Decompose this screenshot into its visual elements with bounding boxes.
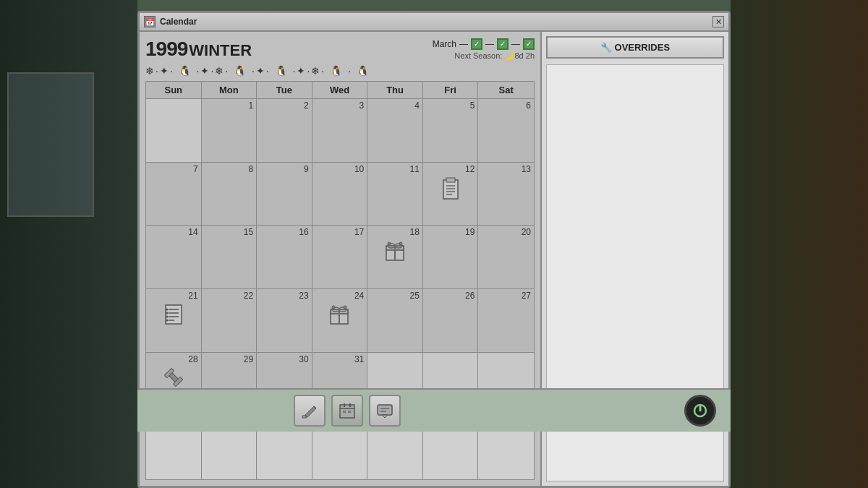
svg-rect-34 — [302, 416, 306, 418]
cal-cell-3[interactable]: 3 — [312, 99, 368, 162]
wrench-icon — [149, 367, 198, 388]
cal-cell-10[interactable]: 10 — [312, 163, 368, 226]
cal-cell-4[interactable]: 4 — [367, 99, 423, 162]
svg-point-20 — [166, 315, 168, 317]
window — [7, 72, 94, 217]
svg-rect-39 — [343, 411, 346, 413]
cal-cell-empty[interactable] — [146, 99, 202, 162]
season-label: WINTER — [189, 41, 252, 60]
penguin-decoration: ❄·✦· 🐧 ·✦·❄· 🐧 ·✦· 🐧 ·✦·❄· 🐧 · 🐧 — [145, 65, 535, 77]
pencil-tool-button[interactable] — [294, 395, 326, 427]
cal-cell-1[interactable]: 1 — [202, 99, 258, 162]
cal-cell-7[interactable]: 7 — [146, 163, 202, 226]
day-header-fri: Fri — [423, 82, 479, 98]
svg-point-27 — [332, 306, 335, 309]
power-button[interactable] — [684, 395, 716, 427]
cal-cell-16[interactable]: 16 — [257, 226, 312, 288]
svg-point-12 — [399, 242, 402, 245]
cal-cell-6[interactable]: 6 — [478, 99, 534, 162]
check2[interactable]: ✓ — [497, 38, 509, 50]
day-header-sat: Sat — [478, 82, 534, 98]
svg-rect-1 — [446, 178, 455, 182]
cal-cell-15[interactable]: 15 — [202, 226, 258, 288]
cal-cell-9[interactable]: 9 — [257, 163, 312, 226]
cal-cell-2[interactable]: 2 — [257, 99, 312, 162]
cal-cell-27[interactable]: 27 — [478, 289, 534, 352]
window-title: Calendar — [160, 17, 197, 27]
day-header-mon: Mon — [202, 82, 258, 98]
gift-icon-18 — [370, 240, 420, 262]
right-wall — [731, 0, 868, 488]
dash3: — — [511, 39, 520, 49]
cal-cell-17[interactable]: 17 — [312, 226, 368, 288]
bottom-toolbar — [137, 388, 731, 432]
dash: — — [459, 39, 468, 49]
calendar-title-icon: 📅 — [144, 16, 156, 27]
overrides-button[interactable]: 🔧 OVERRIDES — [546, 36, 724, 59]
cal-cell-24[interactable]: 24 — [312, 289, 368, 352]
cal-cell-23[interactable]: 23 — [257, 289, 312, 352]
gift-icon-24 — [315, 304, 365, 325]
year-season: 1999 WINTER — [145, 38, 252, 61]
day-header-tue: Tue — [257, 82, 312, 98]
cal-cell-26[interactable]: 26 — [423, 289, 479, 352]
svg-rect-40 — [348, 411, 351, 413]
month-info: March — ✓ — ✓ — ✓ Next Season: 🌙8d 2h — [433, 38, 535, 61]
cal-cell-8[interactable]: 8 — [202, 163, 258, 226]
cal-cell-22[interactable]: 22 — [202, 289, 258, 352]
week-4: 21 — [146, 289, 534, 353]
next-season: Next Season: 🌙8d 2h — [433, 51, 535, 61]
list-icon — [149, 304, 198, 325]
svg-point-11 — [388, 242, 391, 245]
month-checkboxes: March — ✓ — ✓ — ✓ — [433, 38, 535, 50]
svg-rect-35 — [340, 405, 354, 418]
left-wall — [0, 0, 137, 488]
check3[interactable]: ✓ — [523, 38, 535, 50]
cal-cell-5[interactable]: 5 — [423, 99, 479, 162]
day-header-thu: Thu — [367, 82, 423, 98]
svg-rect-0 — [443, 180, 458, 199]
toolbar-icons — [294, 395, 401, 427]
cal-cell-11[interactable]: 11 — [367, 163, 423, 226]
dash2: — — [485, 39, 494, 49]
cal-cell-12[interactable]: 12 — [423, 163, 479, 226]
svg-point-28 — [344, 306, 346, 309]
close-button[interactable]: ✕ — [712, 16, 724, 27]
day-headers: Sun Mon Tue Wed Thu Fri Sat — [145, 81, 535, 98]
cal-cell-19[interactable]: 19 — [423, 226, 479, 288]
cal-cell-13[interactable]: 13 — [478, 163, 534, 226]
week-1: 1 2 3 4 5 6 — [146, 99, 534, 163]
month-name: March — [433, 39, 456, 49]
cal-cell-21[interactable]: 21 — [146, 289, 202, 352]
svg-rect-13 — [166, 305, 182, 324]
check1[interactable]: ✓ — [471, 38, 482, 50]
clipboard-icon — [426, 177, 475, 200]
message-tool-button[interactable] — [369, 395, 401, 427]
svg-point-19 — [166, 312, 168, 314]
year-label: 1999 — [145, 38, 187, 61]
cal-cell-25[interactable]: 25 — [367, 289, 423, 352]
cal-cell-18[interactable]: 18 — [367, 226, 423, 288]
day-header-wed: Wed — [312, 82, 368, 98]
title-bar-left: 📅 Calendar — [144, 16, 197, 27]
calendar-tool-button[interactable] — [331, 395, 363, 427]
calendar-header: 1999 WINTER March — ✓ — ✓ — ✓ Next Seaso… — [145, 38, 535, 61]
svg-point-18 — [166, 308, 168, 310]
svg-marker-44 — [382, 415, 388, 418]
title-bar: 📅 Calendar ✕ — [140, 13, 728, 32]
svg-point-21 — [166, 319, 168, 321]
week-2: 7 8 9 10 11 12 — [146, 163, 534, 226]
week-3: 14 15 16 17 18 — [146, 226, 534, 289]
cal-cell-20[interactable]: 20 — [478, 226, 534, 288]
svg-rect-41 — [378, 405, 392, 415]
day-header-sun: Sun — [146, 82, 202, 98]
cal-cell-14[interactable]: 14 — [146, 226, 202, 288]
